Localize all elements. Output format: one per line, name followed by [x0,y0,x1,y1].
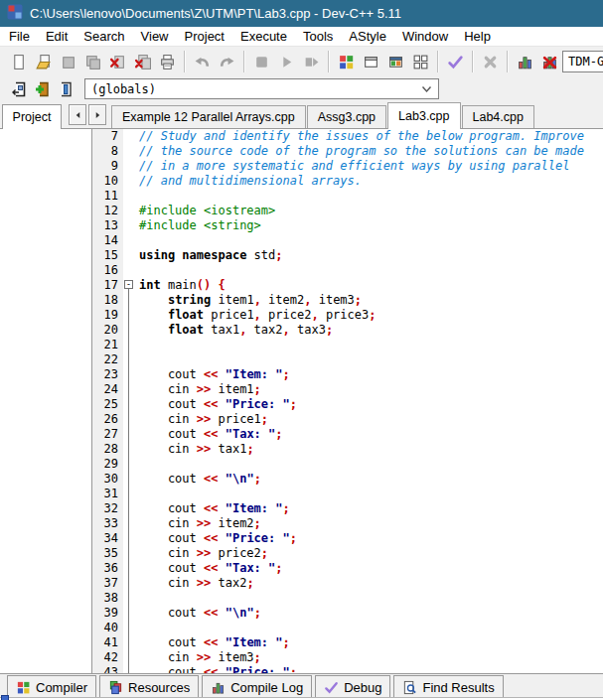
syntax-check-icon [447,54,464,70]
compiler-squares-icon [16,680,31,695]
menu-edit[interactable]: Edit [38,27,75,46]
line-number: 40 [92,621,123,635]
syntax-check-button[interactable] [443,50,468,73]
line-number: 33 [92,516,123,531]
bottom-tab-compiler[interactable]: Compiler [7,675,96,699]
menu-search[interactable]: Search [75,27,132,46]
project-remove-button[interactable] [54,78,77,99]
profile-delete-button[interactable] [537,50,562,73]
line-number: 29 [92,457,123,472]
window-colored-button[interactable] [383,50,408,73]
project-panel[interactable] [0,129,92,673]
tab-scroll-right-button[interactable] [88,104,106,125]
run-icon [278,54,295,70]
code-text: cout << "Item: "; [136,501,290,516]
bottom-tab-label: Resources [128,680,190,695]
profile-button[interactable] [513,50,537,73]
code-text: int main() { [136,278,226,293]
code-line-8: 8// the source code of the program so th… [92,144,603,159]
fold-margin [123,293,136,308]
line-number: 21 [92,338,123,352]
code-text: using namespace std; [136,248,283,263]
bottom-tab-resources[interactable]: Resources [99,675,199,699]
all-windows-button[interactable] [408,50,433,73]
line-number: 26 [92,412,123,427]
abort-icon [482,54,499,70]
editor-tab-assg3-cpp[interactable]: Assg3.cpp [307,105,386,128]
fold-margin [123,144,136,159]
line-number: 25 [92,397,123,412]
fold-margin [123,323,136,338]
editor-tab-lab3-cpp[interactable]: Lab3.cpp [387,102,460,129]
project-panel-tab[interactable]: Project [2,104,62,129]
fold-margin [123,561,136,576]
code-editor[interactable]: 7// Study and identify the issues of the… [92,129,603,673]
profile-icon [517,54,533,70]
fold-margin [123,442,136,457]
dev-cpp-logo-icon [7,4,23,24]
code-line-20: 20 float tax1, tax2, tax3; [92,323,603,338]
fold-margin [123,487,136,501]
line-number: 37 [92,576,123,591]
open-file-button[interactable] [31,50,56,73]
bottom-tab-debug[interactable]: Debug [315,675,390,699]
code-line-33: 33 cin >> item2; [92,516,603,531]
fold-margin [123,174,136,189]
project-toolbar: (globals) [0,76,603,101]
fold-margin [123,427,136,442]
project-open-button[interactable] [6,78,30,99]
dev-logo-icon [7,4,23,20]
menu-execute[interactable]: Execute [232,27,295,46]
menu-file[interactable]: File [0,27,38,46]
globals-select[interactable]: (globals) [84,78,439,99]
line-number: 36 [92,561,123,576]
line-number: 16 [92,263,123,278]
toolbar-separator [472,51,474,72]
panel-fragment [1,695,9,700]
save-button [56,50,80,73]
fold-margin [123,129,136,144]
menu-project[interactable]: Project [177,27,232,46]
all-windows-icon [412,54,429,70]
toolbar-separator [437,51,439,72]
project-options-button[interactable] [334,50,359,73]
code-text [136,263,139,278]
code-text [136,189,139,204]
code-text: cin >> tax1; [136,442,254,457]
code-text [136,457,139,472]
bottom-tab-compile-log[interactable]: Compile Log [202,675,312,699]
line-number: 24 [92,382,123,397]
tab-scroll-left-button[interactable] [69,104,86,125]
window-icon [363,54,379,70]
new-file-button[interactable] [6,50,31,73]
menu-window[interactable]: Window [394,27,456,46]
editor-tab-example-12-parallel-arrays-cpp[interactable]: Example 12 Parallel Arrays.cpp [111,105,306,128]
window-button[interactable] [359,50,383,73]
bottom-tab-find-results[interactable]: Find Results [393,675,503,699]
code-line-16: 16 [92,263,603,278]
project-add-button[interactable] [30,78,54,99]
menu-tools[interactable]: Tools [295,27,341,46]
editor-tab-lab4-cpp[interactable]: Lab4.cpp [462,105,534,128]
code-text: float price1, price2, price3; [136,308,376,323]
compile-log-icon [211,680,226,695]
bottom-tab-bar: CompilerResourcesCompile LogDebugFind Re… [0,673,603,700]
compiler-select[interactable]: TDM-G [562,51,603,72]
project-add-icon [34,81,50,97]
undo-icon [194,54,211,70]
menu-help[interactable]: Help [456,27,499,46]
menu-view[interactable]: View [133,27,177,46]
line-number: 27 [92,427,123,442]
fold-marker-icon[interactable]: - [124,280,133,289]
menu-astyle[interactable]: AStyle [341,27,394,46]
fold-margin [123,248,136,263]
save-icon [60,54,76,70]
close-file-button[interactable] [105,50,130,73]
print-button[interactable] [155,50,180,73]
close-all-button[interactable] [130,50,155,73]
save-all-icon [84,54,101,70]
line-number: 30 [92,472,123,487]
code-line-30: 30 cout << "\n"; [92,472,603,487]
code-line-35: 35 cin >> price2; [92,546,603,561]
line-number: 32 [92,501,123,516]
